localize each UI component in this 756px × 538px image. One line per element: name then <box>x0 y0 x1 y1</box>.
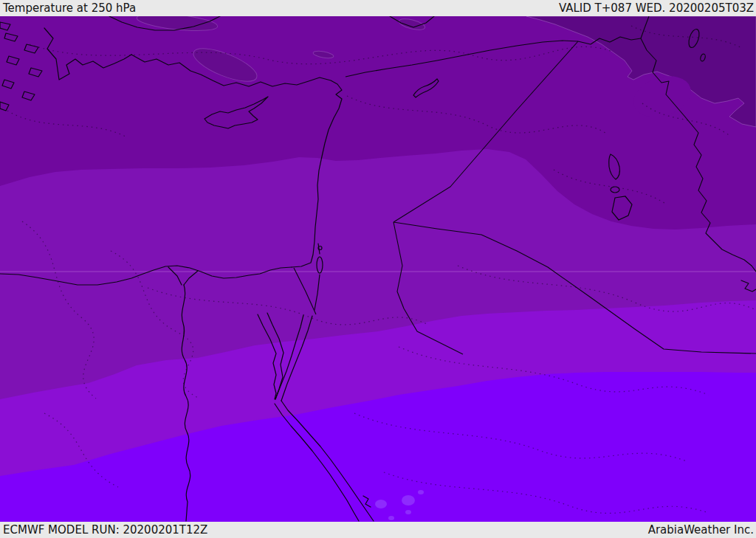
model-run-label: ECMWF MODEL RUN: 20200201T12Z <box>3 522 207 538</box>
valid-time-label: VALID T+087 WED. 20200205T03Z <box>559 0 754 16</box>
weather-map-app: Temperature at 250 hPa VALID T+087 WED. … <box>0 0 756 538</box>
footer-bar: ECMWF MODEL RUN: 20200201T12Z ArabiaWeat… <box>0 522 756 538</box>
brand-label: ArabiaWeather Inc. <box>648 522 754 538</box>
map-title: Temperature at 250 hPa <box>3 0 136 16</box>
temperature-map-svg <box>0 16 756 522</box>
header-bar: Temperature at 250 hPa VALID T+087 WED. … <box>0 0 756 16</box>
temperature-map-canvas <box>0 16 756 522</box>
